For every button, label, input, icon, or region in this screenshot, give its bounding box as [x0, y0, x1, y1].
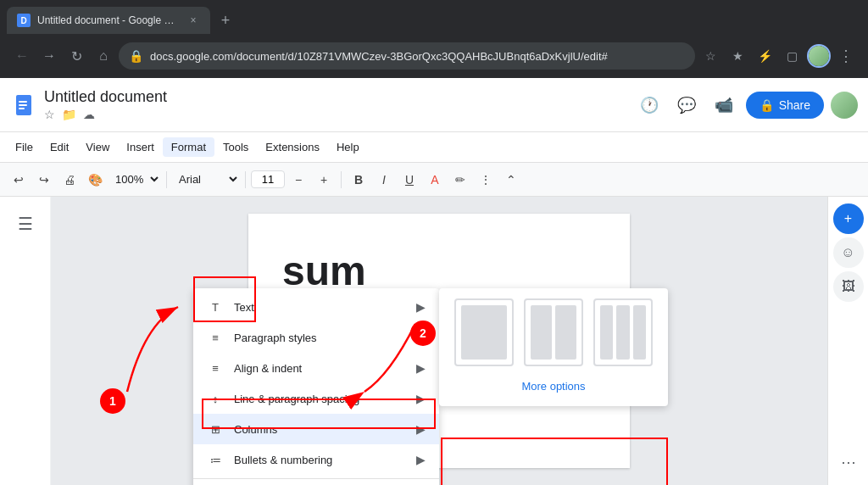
two-column-option[interactable] — [524, 298, 583, 366]
align-label: Align & indent — [234, 362, 406, 375]
format-paragraph-styles-item[interactable]: ≡ Paragraph styles ▶ — [193, 322, 439, 353]
menu-file[interactable]: File — [7, 137, 42, 157]
history-button[interactable]: 🕐 — [634, 90, 665, 120]
format-text-item[interactable]: T Text ▶ — [193, 292, 439, 322]
font-size-increase-button[interactable]: + — [312, 168, 336, 192]
share-lock-icon: 🔒 — [760, 98, 774, 112]
three-column-option[interactable] — [593, 298, 653, 366]
columns-submenu: More options — [439, 288, 668, 406]
docs-logo — [10, 88, 37, 122]
browser-profile-avatar[interactable] — [807, 44, 831, 68]
home-button[interactable]: ⌂ — [92, 44, 115, 68]
more-sidebar-button[interactable]: ⋯ — [834, 446, 863, 478]
svg-rect-1 — [19, 101, 27, 103]
toolbar-divider-1 — [166, 171, 167, 188]
docs-title[interactable]: Untitled document — [44, 88, 627, 106]
window-icon[interactable]: ▢ — [780, 44, 804, 68]
browser-tab[interactable]: D Untitled document - Google Doc... × — [7, 7, 210, 34]
add-content-button[interactable]: + — [833, 203, 864, 234]
bold-button[interactable]: B — [347, 168, 370, 192]
refresh-button[interactable]: ↻ — [64, 44, 88, 68]
redo-button[interactable]: ↪ — [32, 168, 56, 192]
bullets-label: Bullets & numbering — [234, 454, 406, 466]
text-menu-label: Text — [234, 301, 406, 314]
more-options-link[interactable]: More options — [449, 376, 658, 396]
annotation-circle-1: 1 — [100, 388, 125, 414]
paragraph-styles-icon: ≡ — [207, 329, 224, 346]
back-button[interactable]: ← — [10, 44, 34, 68]
address-text: docs.google.com/document/d/10Z871VMWCzev… — [150, 50, 685, 63]
new-tab-button[interactable]: + — [214, 8, 237, 32]
menu-tools[interactable]: Tools — [214, 137, 257, 157]
paint-format-button[interactable]: 🎨 — [83, 168, 107, 192]
format-line-spacing-item[interactable]: ↕ Line & paragraph spacing ▶ — [193, 383, 439, 414]
three-col-bar-2 — [616, 305, 629, 360]
outline-icon[interactable]: ☰ — [8, 207, 42, 241]
two-col-bar-2 — [555, 305, 576, 360]
share-button[interactable]: 🔒 Share — [746, 92, 824, 119]
format-bullets-item[interactable]: ≔ Bullets & numbering ▶ — [193, 444, 439, 475]
toolbar: ↩ ↪ 🖨 🎨 100% Arial − + B I U A ✏ ⋮ ⌃ — [0, 163, 868, 197]
text-menu-icon: T — [207, 298, 224, 315]
menu-divider-1 — [193, 478, 439, 479]
video-button[interactable]: 📹 — [709, 90, 739, 120]
print-button[interactable]: 🖨 — [58, 168, 81, 192]
underline-button[interactable]: U — [398, 168, 421, 192]
browser-menu-button[interactable]: ⋮ — [834, 44, 858, 68]
three-col-bar-3 — [633, 305, 646, 360]
columns-icon: ⊞ — [207, 421, 224, 438]
chat-button[interactable]: 💬 — [671, 90, 702, 120]
line-spacing-icon: ↕ — [207, 390, 224, 407]
toolbar-divider-3 — [341, 171, 342, 188]
columns-preview — [449, 298, 658, 366]
collapse-toolbar-button[interactable]: ⌃ — [499, 168, 523, 192]
italic-button[interactable]: I — [372, 168, 396, 192]
font-family-select[interactable]: Arial — [172, 170, 240, 188]
two-col-bar-1 — [531, 305, 552, 360]
docs-title-section: Untitled document ☆ 📁 ☁ — [44, 88, 627, 121]
paragraph-styles-label: Paragraph styles — [234, 332, 406, 344]
svg-rect-3 — [19, 108, 25, 109]
star-icon[interactable]: ★ — [726, 44, 749, 68]
font-size-input[interactable] — [251, 170, 285, 188]
menu-insert[interactable]: Insert — [118, 137, 163, 157]
cloud-title-icon[interactable]: ☁ — [83, 108, 95, 121]
align-arrow: ▶ — [416, 361, 426, 375]
text-menu-arrow: ▶ — [416, 300, 426, 314]
more-toolbar-button[interactable]: ⋮ — [474, 168, 498, 192]
menu-edit[interactable]: Edit — [42, 137, 77, 157]
extension-icon[interactable]: ⚡ — [753, 44, 776, 68]
tab-close-button[interactable]: × — [186, 14, 200, 27]
align-icon: ≡ — [207, 360, 224, 376]
svg-rect-2 — [19, 104, 27, 106]
folder-title-icon[interactable]: 📁 — [62, 108, 76, 121]
format-align-item[interactable]: ≡ Align & indent ▶ — [193, 353, 439, 383]
menu-format[interactable]: Format — [163, 137, 214, 157]
address-bar[interactable]: 🔒 docs.google.com/document/d/10Z871VMWCz… — [119, 42, 695, 70]
menu-extensions[interactable]: Extensions — [257, 137, 328, 157]
forward-button[interactable]: → — [37, 44, 61, 68]
toolbar-divider-2 — [245, 171, 246, 188]
bullets-arrow: ▶ — [416, 453, 426, 466]
format-dropdown-menu: T Text ▶ ≡ Paragraph styles ▶ ≡ Align & … — [193, 288, 439, 485]
columns-label: Columns — [234, 423, 406, 436]
undo-button[interactable]: ↩ — [7, 168, 31, 192]
menu-help[interactable]: Help — [328, 137, 368, 157]
columns-arrow: ▶ — [416, 422, 426, 436]
bookmark-icon[interactable]: ☆ — [698, 44, 722, 68]
one-column-option[interactable] — [454, 298, 514, 366]
menu-view[interactable]: View — [77, 137, 118, 157]
font-color-button[interactable]: A — [423, 168, 447, 192]
docs-user-avatar[interactable] — [831, 92, 858, 119]
image-sidebar-button[interactable]: 🖼 — [833, 271, 864, 302]
highlight-button[interactable]: ✏ — [448, 168, 472, 192]
one-col-bar — [461, 305, 507, 360]
bookmark-title-icon[interactable]: ☆ — [44, 108, 55, 121]
zoom-select[interactable]: 100% — [108, 170, 161, 188]
format-columns-item[interactable]: ⊞ Columns ▶ — [193, 414, 439, 444]
line-spacing-arrow: ▶ — [416, 392, 426, 405]
doc-large-text: sum — [282, 248, 596, 294]
line-spacing-label: Line & paragraph spacing — [234, 393, 406, 405]
emoji-button[interactable]: ☺ — [833, 237, 864, 268]
font-size-decrease-button[interactable]: − — [287, 168, 310, 192]
